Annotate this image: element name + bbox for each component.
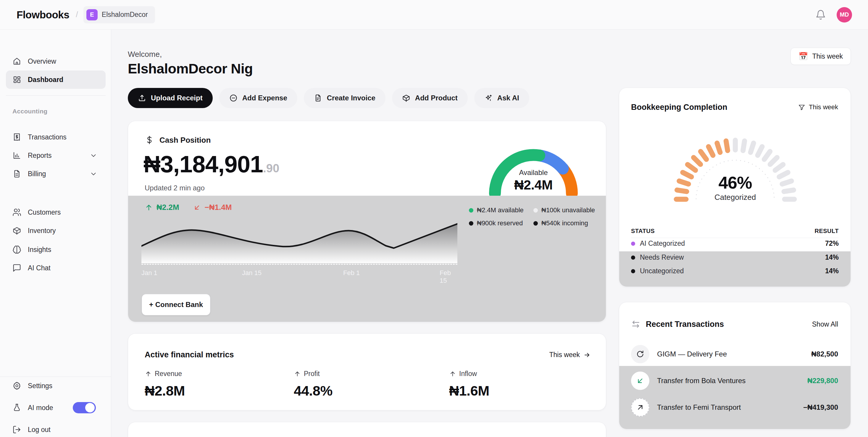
add-product-button[interactable]: Add Product [392,88,468,108]
arrow-down-left-icon [193,203,201,212]
period-label: This week [812,52,843,60]
status-dot [631,256,635,260]
breadcrumb-separator: / [76,10,78,19]
add-expense-label: Add Expense [242,94,287,102]
metrics-period-link[interactable]: This week [549,351,590,359]
workspace-switcher[interactable]: E ElshalomDecor [84,6,155,23]
sidebar-label-insights: Insights [28,246,51,254]
arrow-right-icon [583,351,590,358]
status-label: Uncategorized [640,267,684,275]
outflow-amount: −₦1.4M [193,203,232,212]
categorized-percent: 46% [667,173,803,193]
next-card-partial [128,422,606,437]
transaction-amount: ₦82,500 [811,350,838,358]
users-icon [12,208,21,217]
gauge-value: ₦2.4M [483,177,584,193]
add-expense-button[interactable]: Add Expense [219,88,297,108]
status-table-header: STATUS RESULT [631,228,839,234]
recent-transactions-card: Recent Transactions Show All GIGM — Deli… [619,302,851,429]
status-dot [631,241,635,246]
sidebar-label-transactions: Transactions [28,133,67,141]
sidebar-item-reports[interactable]: Reports [6,146,105,165]
app-header: Flowbooks / E ElshalomDecor MD [0,0,868,30]
cash-updated-timestamp: Updated 2 min ago [145,184,205,192]
chevron-down-icon [90,152,97,159]
sidebar-item-dashboard[interactable]: Dashboard [6,70,105,89]
bookkeeping-period-filter[interactable]: This week [798,103,838,111]
transaction-name: GIGM — Delivery Fee [657,350,727,358]
chart-baseline [142,264,457,265]
table-divider [631,238,839,238]
file-text-icon [12,169,21,178]
chat-bubble-icon [12,263,21,272]
status-row-needs-review: Needs Review 14% [631,254,839,261]
arrow-up-icon [449,370,456,378]
sidebar-label-log-out: Log out [28,426,51,434]
metrics-title: Active financial metrics [145,350,234,359]
sidebar-item-ai-chat[interactable]: AI Chat [6,259,105,277]
sidebar-item-transactions[interactable]: Transactions [6,128,105,146]
app-logo[interactable]: Flowbooks [17,9,69,21]
legend-dot [469,208,473,212]
brain-icon [12,245,21,254]
connect-bank-button[interactable]: + Connect Bank [142,294,210,315]
status-value: 14% [825,267,839,275]
cash-balance-main: ₦3,184,901 [144,151,263,177]
workspace-name: ElshalomDecor [102,11,148,19]
inflow-value: ₦2.2M [156,203,179,212]
sidebar-label-ai-chat: AI Chat [28,264,51,272]
legend-item-available: ₦2.4M available [469,206,533,214]
create-invoice-button[interactable]: Create Invoice [304,88,385,108]
bookkeeping-title: Bookkeeping Completion [631,103,727,112]
show-all-link[interactable]: Show All [812,320,838,328]
home-icon [12,57,21,66]
status-dot [631,269,635,273]
bookkeeping-gauge: 46% Categorized [667,125,803,199]
bar-chart-icon [12,151,21,160]
upload-receipt-label: Upload Receipt [151,94,203,102]
main-content: Welcome, ElshalomDecor Nig 📅 This week U… [111,30,868,437]
sidebar-item-billing[interactable]: Billing [6,165,105,183]
transaction-row[interactable]: GIGM — Delivery Fee ₦82,500 [631,341,838,368]
x-tick: Jan 1 [142,269,157,277]
sidebar-item-customers[interactable]: Customers [6,203,105,222]
transactions-header: Recent Transactions Show All [631,319,838,329]
user-avatar[interactable]: MD [837,7,852,23]
legend-item-unavailable: ₦100k unavailable [533,206,595,214]
ai-mode-toggle[interactable] [73,402,96,413]
metric-value: ₦1.6M [449,382,489,399]
available-cash-gauge: Available ₦2.4M [483,142,584,196]
sidebar-divider [6,95,105,96]
upload-receipt-button[interactable]: Upload Receipt [128,88,213,108]
transaction-name: Transfer from Bola Ventures [657,377,746,385]
status-value: 14% [825,254,839,261]
status-label: Needs Review [640,254,684,261]
inflow-amount: ₦2.2M [145,203,179,212]
sidebar-item-overview[interactable]: Overview [6,52,105,70]
legend-dot [533,208,538,212]
sidebar-item-log-out[interactable]: Log out [6,420,105,437]
categorized-caption: Categorized [667,193,803,202]
cash-flow-summary: ₦2.2M −₦1.4M [145,203,231,212]
workspace-badge: E [86,9,98,21]
sidebar-item-settings[interactable]: Settings [6,377,105,395]
transaction-row[interactable]: Transfer to Femi Transport −₦419,300 [631,394,838,421]
period-selector-button[interactable]: 📅 This week [790,48,851,65]
transaction-row[interactable]: Transfer from Bola Ventures ₦229,800 [631,368,838,394]
notification-bell-icon[interactable] [815,9,826,20]
metric-value: ₦2.8M [145,382,185,399]
legend-dot [533,221,538,226]
package-icon [12,226,21,235]
sidebar-item-inventory[interactable]: Inventory [6,222,105,240]
refresh-icon [631,345,649,363]
toggle-knob [85,403,95,412]
cash-position-card: Cash Position ₦3,184,901.90 Updated 2 mi… [128,121,606,322]
receipt-icon [12,133,21,142]
flask-icon [12,403,21,412]
business-name: ElshalomDecor Nig [128,60,253,77]
ask-ai-button[interactable]: Ask AI [474,88,529,108]
sidebar-item-insights[interactable]: Insights [6,240,105,259]
metric-label: Profit [304,370,320,378]
cash-trend-chart [142,219,457,263]
transaction-amount: −₦419,300 [803,403,838,411]
